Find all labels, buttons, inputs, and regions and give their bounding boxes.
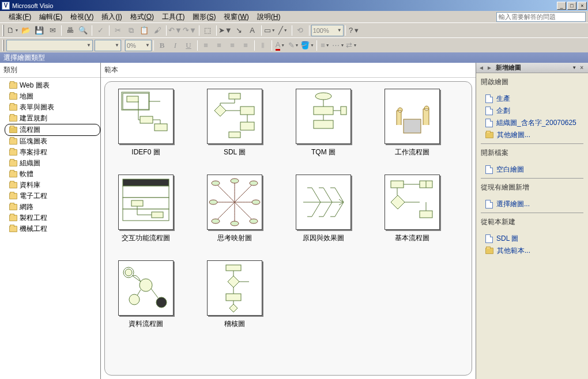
new-button[interactable]: 🗋▼ [6,24,19,37]
category-item[interactable]: 電子工程 [0,191,100,202]
format-painter-button[interactable]: 🖌 [151,24,164,37]
rotate-button[interactable]: ⟲ [294,24,307,37]
category-item[interactable]: 製程工程 [0,213,100,223]
italic-button[interactable]: I [169,39,182,52]
category-item[interactable]: 建置規劃 [0,113,100,124]
category-item[interactable]: 資料庫 [0,180,100,191]
template-item[interactable]: IDEF0 圖 [114,89,178,157]
mail-button[interactable]: ✉ [46,24,59,37]
redo-button[interactable]: ↷▼ [183,24,197,37]
task-link-item[interactable]: 空白繪圖 [481,164,583,176]
category-item[interactable]: 表單與圖表 [0,102,100,113]
category-item[interactable]: Web 圖表 [0,80,100,91]
maximize-button[interactable]: □ [567,2,576,10]
close-button[interactable]: × [578,2,587,10]
save-button[interactable]: 💾 [33,24,46,37]
menu-t[interactable]: 工具(T) [158,11,189,23]
template-item[interactable]: SDL 圖 [203,89,266,157]
task-link-item[interactable]: 組織圖_含名字_20070625 [481,117,583,129]
template-item[interactable]: 工作流程圖 [380,89,444,157]
category-item[interactable]: 地圖 [0,91,100,102]
svg-rect-32 [131,200,143,206]
font-combo[interactable]: ▼ [6,40,93,51]
minimize-button[interactable]: _ [557,2,566,10]
connector-tool-button[interactable]: ↘ [233,24,246,37]
align-left-button[interactable]: ≡ [199,39,212,52]
menu-w[interactable]: 視窗(W) [220,11,252,23]
template-item[interactable]: 交互功能流程圖 [114,175,178,243]
menu-v[interactable]: 檢視(V) [66,11,97,23]
template-item[interactable]: 思考映射圖 [203,175,266,243]
percent-combo[interactable]: 0%▼ [125,40,152,51]
help-search-input[interactable] [496,12,586,22]
align-center-button[interactable]: ≡ [213,39,225,52]
task-pane-close-icon[interactable]: × [580,65,583,71]
help-button[interactable]: ?▾ [348,24,360,37]
task-link-item[interactable]: 企劃 [481,105,583,117]
template-item[interactable]: TQM 圖 [292,89,355,157]
line-tool-button[interactable]: ╱▼ [277,24,289,37]
svg-point-36 [212,181,220,185]
app-icon: V [2,2,10,10]
cut-button[interactable]: ✂ [111,24,124,37]
task-link-item[interactable]: 其他範本... [481,245,583,257]
line-ends-button[interactable]: ⇄▼ [345,39,358,52]
template-item[interactable]: 資料流程圖 [114,260,178,329]
template-label: TQM 圖 [311,147,336,157]
menu-f[interactable]: 檔案(F) [5,11,35,23]
template-item[interactable]: 稽核圖 [203,260,266,329]
task-link-item[interactable]: 生產 [481,93,583,105]
blank-doc-icon [485,165,493,174]
open-button[interactable]: 📂 [20,24,32,37]
category-item[interactable]: 流程圖 [5,124,100,136]
line-weight-button[interactable]: ≡▼ [319,39,331,52]
category-item[interactable]: 區塊圖表 [0,136,100,147]
category-item[interactable]: 機械工程 [0,223,100,234]
task-link-item[interactable]: 其他繪圖... [481,129,583,141]
align-right-button[interactable]: ≡ [226,39,239,52]
category-item[interactable]: 專案排程 [0,147,100,158]
fill-color-button[interactable]: 🪣▼ [300,39,314,52]
task-forward-icon[interactable]: ► [487,65,492,71]
category-item[interactable]: 組織圖 [0,158,100,169]
undo-button[interactable]: ↶▼ [168,24,182,37]
template-label: 思考映射圖 [217,233,252,243]
template-item[interactable]: 基本流程圖 [380,175,444,243]
task-pane-dropdown-icon[interactable]: ▼ [572,65,576,70]
task-link-label: 組織圖_含名字_20070625 [496,118,576,128]
toolbar-grip[interactable] [2,40,4,51]
spelling-button[interactable]: ✓ [94,24,107,37]
folder-icon [9,138,17,145]
paste-button[interactable]: 📋 [138,24,150,37]
print-button[interactable]: 🖶 [63,24,76,37]
category-item[interactable]: 軟體 [0,169,100,180]
category-item[interactable]: 網路 [0,202,100,213]
template-item[interactable]: 原因與效果圖 [292,175,355,243]
svg-rect-1 [127,96,138,102]
zoom-combo[interactable]: 100%▼ [311,25,344,36]
line-color-button[interactable]: ✎▼ [287,39,300,52]
font-color-button[interactable]: A▼ [274,39,287,52]
menu-i[interactable]: 插入(I) [97,11,126,23]
text-tool-button[interactable]: A [246,24,259,37]
align-justify-button[interactable]: ≡ [239,39,252,52]
task-back-icon[interactable]: ◄ [478,65,484,71]
menu-h[interactable]: 說明(H) [253,11,285,23]
distribute-button[interactable]: ⫴ [257,39,269,52]
menu-o[interactable]: 格式(O) [126,11,158,23]
toolbar-grip[interactable] [2,25,4,36]
underline-button[interactable]: U [182,39,195,52]
line-pattern-button[interactable]: ⋯▼ [332,39,345,52]
svg-rect-12 [240,107,254,115]
print-preview-button[interactable]: 🔍 [77,24,89,37]
rectangle-tool-button[interactable]: ▭▼ [263,24,276,37]
menu-s[interactable]: 圖形(S) [189,11,220,23]
shapes-button[interactable]: ⬚ [201,24,214,37]
pointer-tool-button[interactable]: ➤▼ [218,24,232,37]
font-size-combo[interactable]: ▼ [95,40,121,51]
task-link-item[interactable]: 選擇繪圖... [481,198,583,210]
menu-e[interactable]: 編輯(E) [35,11,66,23]
bold-button[interactable]: B [156,39,168,52]
copy-button[interactable]: ⧉ [125,24,137,37]
task-link-item[interactable]: SDL 圖 [481,233,583,245]
